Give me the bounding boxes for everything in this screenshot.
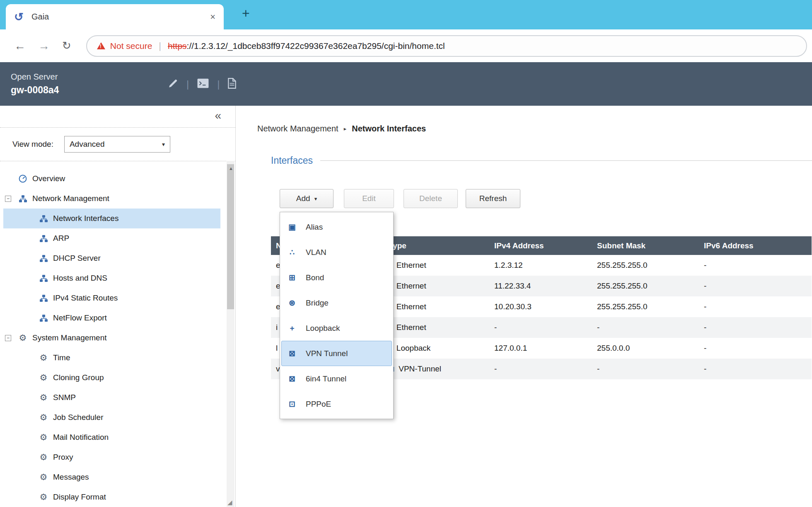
vlan-icon: ∴ <box>287 247 297 257</box>
sidebar-item-snmp[interactable]: ⚙ SNMP <box>3 388 220 408</box>
collapse-sidebar-icon[interactable]: « <box>215 109 221 122</box>
sidebar-item-label: Network Management <box>32 194 109 203</box>
add-button[interactable]: Add ▾ <box>280 189 334 208</box>
cell-subnet: - <box>592 364 699 374</box>
sidebar-item-proxy[interactable]: ⚙ Proxy <box>3 447 220 467</box>
menu-item-label: Bridge <box>306 298 329 308</box>
scrollbar-thumb[interactable]: ▲ <box>227 164 234 309</box>
menu-item-label: Alias <box>306 223 323 232</box>
not-secure-label: Not secure <box>110 41 152 51</box>
header-actions: | | <box>168 78 236 90</box>
cell-subnet: 255.255.255.0 <box>592 281 699 291</box>
sidebar-item-label: ARP <box>53 234 69 243</box>
header-separator: | <box>217 78 220 90</box>
menu-item-bond[interactable]: ⊞ Bond <box>281 265 392 290</box>
reload-icon[interactable]: ↻ <box>62 39 71 52</box>
cell-ipv6: - <box>699 323 812 332</box>
menu-item-alias[interactable]: ▣ Alias <box>281 214 392 240</box>
refresh-button-label: Refresh <box>479 194 507 203</box>
sidebar-item-dhcp-server[interactable]: DHCP Server <box>3 248 220 268</box>
edit-button-label: Edit <box>362 194 376 203</box>
type-label: VPN-Tunnel <box>399 364 441 374</box>
sidebar-item-messages[interactable]: ⚙ Messages <box>3 467 220 487</box>
sidebar-item-arp[interactable]: ARP <box>3 228 220 248</box>
app-header: Open Server gw-0008a4 | | <box>0 62 812 106</box>
bond-icon: ⊞ <box>287 273 297 282</box>
tab-close-icon[interactable]: × <box>210 12 215 22</box>
resize-grip-icon[interactable]: ◢ <box>227 499 232 506</box>
gear-icon: ⚙ <box>39 353 48 363</box>
cell-subnet: 255.255.255.0 <box>592 261 699 270</box>
edit-button[interactable]: Edit <box>344 189 394 208</box>
address-bar[interactable]: Not secure | https ://1.2.3.12/_1dbceb83… <box>86 35 807 57</box>
menu-item-vlan[interactable]: ∴ VLAN <box>281 240 392 265</box>
sidebar-item-network-interfaces[interactable]: Network Interfaces <box>3 209 220 228</box>
network-tree-icon <box>39 235 48 242</box>
new-tab-button[interactable]: + <box>242 6 250 21</box>
interfaces-toolbar: Add ▾ Edit Delete Refresh <box>280 189 812 208</box>
menu-item-label: PPPoE <box>306 400 331 409</box>
column-header-type: Type <box>384 241 489 250</box>
sidebar-item-ipv4-static-routes[interactable]: IPv4 Static Routes <box>3 288 220 308</box>
cell-ipv6: - <box>699 302 812 311</box>
sidebar-item-label: Proxy <box>53 453 73 462</box>
cell-ipv6: - <box>699 281 812 291</box>
sidebar-item-label: SNMP <box>53 393 76 402</box>
menu-item-loopback[interactable]: + Loopback <box>281 315 392 341</box>
delete-button[interactable]: Delete <box>404 189 458 208</box>
cell-type: ⊦ Ethernet <box>384 302 489 311</box>
sidebar-item-network-management[interactable]: − Network Management <box>3 189 220 209</box>
menu-item-label: 6in4 Tunnel <box>306 374 346 383</box>
menu-item-pppoe[interactable]: ⊡ PPPoE <box>281 391 392 417</box>
main-area: « View mode: Advanced ▾ Overview − Netwo… <box>0 106 812 507</box>
collapse-expander-icon[interactable]: − <box>5 196 11 202</box>
gear-icon: ⚙ <box>39 472 48 482</box>
pppoe-icon: ⊡ <box>287 399 297 409</box>
terminal-icon[interactable] <box>197 78 209 90</box>
sidebar-item-label: Display Format <box>53 492 106 502</box>
sidebar-item-label: NetFlow Export <box>53 313 107 323</box>
sidebar-item-mail-notification[interactable]: ⚙ Mail Notification <box>3 427 220 447</box>
view-mode-value: Advanced <box>70 140 105 149</box>
sidebar-header: « <box>0 106 235 128</box>
sidebar-item-system-management[interactable]: − ⚙ System Management <box>3 328 220 348</box>
type-label: Loopback <box>396 344 430 353</box>
collapse-expander-icon[interactable]: − <box>5 335 11 341</box>
sidebar-item-label: Cloning Group <box>53 373 104 382</box>
back-icon[interactable]: ← <box>14 39 26 53</box>
sidebar-item-label: DHCP Server <box>53 254 101 263</box>
breadcrumb-parent[interactable]: Network Management <box>257 124 338 133</box>
forward-icon[interactable]: → <box>38 39 50 53</box>
sidebar-item-netflow-export[interactable]: NetFlow Export <box>3 308 220 328</box>
sidebar-item-overview[interactable]: Overview <box>3 169 220 189</box>
cell-type: ⊦ Ethernet <box>384 323 489 332</box>
refresh-button[interactable]: Refresh <box>466 189 520 208</box>
menu-item-6in4-tunnel[interactable]: ⊠ 6in4 Tunnel <box>281 366 392 391</box>
platform-label: Open Server <box>11 72 149 82</box>
menu-item-bridge[interactable]: ⊛ Bridge <box>281 290 392 315</box>
sidebar-item-display-format[interactable]: ⚙ Display Format <box>3 487 220 507</box>
cell-type: ⊠ VPN-Tunnel <box>384 364 489 374</box>
url-separator: | <box>159 41 161 51</box>
view-mode-select[interactable]: Advanced ▾ <box>64 136 170 153</box>
host-block: Open Server gw-0008a4 <box>0 72 149 96</box>
gear-icon: ⚙ <box>39 393 48 403</box>
gear-icon: ⚙ <box>39 412 48 422</box>
sidebar-item-job-scheduler[interactable]: ⚙ Job Scheduler <box>3 408 220 427</box>
sidebar-item-time[interactable]: ⚙ Time <box>3 348 220 368</box>
document-icon[interactable] <box>228 78 236 90</box>
browser-tab[interactable]: ↺ Gaia × <box>6 4 224 29</box>
hostname: gw-0008a4 <box>11 85 149 96</box>
pencil-icon[interactable] <box>168 78 178 90</box>
sidebar-item-hosts-and-dns[interactable]: Hosts and DNS <box>3 268 220 288</box>
sidebar-item-cloning-group[interactable]: ⚙ Cloning Group <box>3 368 220 388</box>
menu-item-label: VLAN <box>306 248 326 257</box>
cell-type: ⊦ Loopback <box>384 344 489 353</box>
column-header-ipv4: IPv4 Address <box>489 241 592 250</box>
warning-triangle-icon <box>97 42 105 49</box>
menu-item-vpn-tunnel[interactable]: ⊠ VPN Tunnel <box>281 341 392 366</box>
section-divider <box>320 160 812 161</box>
network-tree-icon <box>18 195 27 202</box>
breadcrumb-arrow-icon: ▸ <box>344 126 347 132</box>
sidebar-scrollbar[interactable]: ▲ ◢ <box>227 161 234 507</box>
